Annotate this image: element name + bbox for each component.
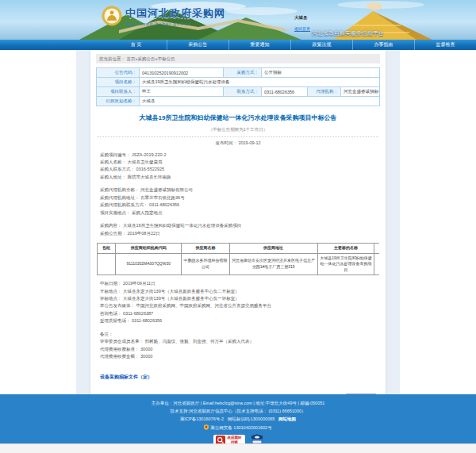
detail-line: 评标地点： 大城县永定大街139号（大城县新政务服务中心负一评标室） (96, 295, 380, 302)
cell-supplier-code: 91110302MA007QQW30 (116, 253, 182, 275)
detail-line: 采购代理机构地址： 石家庄市石铁北路36号 (96, 194, 380, 202)
detail-line: 代理费用收费标准： 30000 (96, 346, 380, 353)
detail-line: 中标日期： 2019年09月11日 (96, 280, 380, 287)
content-panel: 您当前位置： 首页»采购公告»中标公告 公告代码： 04131025201909… (90, 50, 386, 394)
footer-line-host: 主办单位：河北省财政厅 | Email:hebcfcg@sina.com | 地… (0, 399, 476, 407)
summary-label: 采购方式： (224, 68, 262, 78)
supplier-table-header-row: 包组 供应商组织机构代码 供应商名称 供应商地址 主要标的名称 标的基本情况 规… (98, 244, 380, 254)
summary-value: 大城县19所卫生院和妇幼保健站污水处理设备 (140, 78, 380, 87)
detail-line: 采购代理机构联系方式： 0311-68026356 (96, 202, 380, 209)
detail-line: 采购人联系方式： 0316-5522925 (96, 166, 380, 173)
trusted-site-badge-icon (251, 434, 263, 443)
detail-line: 代理费用收费金额： 30000 (96, 353, 380, 360)
detail-line: 咨询电话： 0311-68026387 (96, 310, 380, 317)
close-window-button[interactable]: 关闭窗口 (345, 393, 377, 394)
summary-label: 项目名称： (97, 78, 140, 87)
supplier-table-row: 91110302MA007QQW30 中鹏德水务环境科技有限公司 河北省廊坊市安… (98, 253, 380, 275)
col-package: 包组 (98, 244, 116, 254)
content-block: 采购内容： 大城县19所卫生院和妇幼保健站一体化污水处理设备采购项目 采购公告期… (96, 222, 380, 237)
detail-line: 采购人名称： 大城县卫生健康局 (96, 159, 380, 166)
divider (98, 136, 378, 137)
magnifier-icon (216, 436, 225, 443)
main-area: 您当前位置： 首页»采购公告»中标公告 公告代码： 04131025201909… (0, 50, 476, 394)
footer-line-support: 技术支持:河北省财政厅信息中心（技术支持电话： (0311) 66651000） (0, 407, 476, 415)
footer-security-line: 冀公网安备 13010402001602号 (204, 424, 271, 432)
breadcrumb: 您当前位置： 首页»采购公告»中标公告 (96, 54, 380, 63)
col-supplier-address: 供应商地址 (229, 244, 317, 254)
site-url: www.ccgp-hebei.gov.cn (125, 21, 225, 26)
nav-item-procurement-announcements[interactable]: 采购公告 (167, 40, 228, 50)
footer-security-text: 冀公网安备 13010402001602号 (210, 424, 271, 432)
cell-supplier-address: 河北省廊坊市安次区龙河经济开发区电子信息产业园1#电子厂房三层315 (229, 253, 317, 275)
breadcrumb-label: 您当前位置： (99, 56, 125, 61)
publish-label: 发布时间： (215, 140, 237, 145)
bottom-strip (0, 443, 476, 453)
footer-line-registration: 冀ICP备13016076号-2 网站标识码:1300000065 网站地图 (0, 415, 476, 423)
summary-table: 公告代码： 0413102520190912002 采购方式： 公开招标 项目名… (96, 67, 380, 106)
summary-label: 代理机构： (308, 87, 341, 97)
notes-block: 备注： 评审委员会成员名单： 邢树魁、冯淑仪、张魁、刘金强、何万平（采购人代表）… (96, 331, 380, 361)
col-subject-name: 主要标的名称 (317, 244, 374, 254)
purchaser-block: 采购项目编号： JSZA-2019-220-2 采购人名称： 大城县卫生健康局 … (96, 152, 380, 182)
nav-item-guide[interactable]: 办事指南 (352, 40, 414, 50)
detail-line: 采购内容： 大城县19所卫生院和妇幼保健站一体化污水处理设备采购项目 (96, 222, 380, 229)
region-box: 大城县 返回首页 (294, 5, 310, 32)
summary-value: 河北金盛睿诚招标有限公司 (341, 87, 380, 97)
region-home-link[interactable]: 返回首页 (294, 25, 310, 32)
col-supplier-code: 供应商组织机构代码 (116, 244, 182, 254)
sitemap-link[interactable]: 网站地图 (278, 417, 296, 421)
button-row: 关闭窗口 (96, 389, 380, 394)
article-title: 大城县19所卫生院和妇幼保健站一体化污水处理设备采购项目中标公告 (96, 113, 380, 122)
cell-basic-info (374, 253, 379, 275)
summary-value: 0413102520190912002 (140, 68, 224, 78)
summary-row: 项目联系人： 申工 联系方式： 0311-68026356 代理机构： 河北金盛… (97, 87, 380, 97)
site-logo-icon (102, 6, 122, 26)
find-error-badge[interactable]: 政府网站找错 (213, 435, 245, 443)
nav-item-important-notices[interactable]: 重要通知 (228, 40, 290, 50)
summary-value: 申工 (140, 87, 224, 97)
summary-row: 项目名称： 大城县19所卫生院和妇幼保健站污水处理设备 (97, 78, 380, 87)
nav-item-supervision[interactable]: 监督检查 (414, 40, 476, 50)
footer-icp: 冀ICP备13016076号-2 (180, 417, 224, 421)
detail-line: 采购公告期： 2019年08月22日 (96, 230, 380, 237)
trusted-site-badge[interactable] (251, 434, 263, 443)
footer-site-code: 网站标识码:1300000065 (228, 417, 275, 421)
breadcrumb-path[interactable]: 首页»采购公告»中标公告 (127, 56, 175, 61)
publish-date: 2019-09-12 (238, 140, 260, 145)
site-title: 中国河北政府采购网 (125, 6, 225, 21)
footer: 主办单位：河北省财政厅 | Email:hebcfcg@sina.com | 地… (0, 394, 476, 443)
article-subtitle: （中标公告期限为1个工作日） (96, 127, 380, 132)
summary-label: 行政区划名称： (97, 97, 140, 106)
detail-line: 开标地点： 大城县永定大街139号（大城县新政务服务中心负二开标室） (96, 288, 380, 295)
summary-value: 0311-68026356 (262, 87, 308, 97)
cell-supplier-name: 中鹏德水务环境科技有限公司 (182, 253, 229, 275)
footer-badges: 政府网站找错 (0, 434, 476, 443)
banner-tagline: 河北省政府购买服务信息平台 (312, 30, 384, 37)
col-basic-info: 标的基本情况 (374, 244, 379, 254)
site-logo: 中国河北政府采购网 www.ccgp-hebei.gov.cn (102, 6, 225, 26)
award-block: 中标日期： 2019年09月11日 开标地点： 大城县永定大街139号（大城县新… (96, 280, 380, 325)
col-supplier-name: 供应商名称 (182, 244, 229, 254)
summary-value: 大城县 (140, 97, 380, 106)
find-error-badge-label: 政府网站找错 (227, 436, 243, 443)
detail-line: 评审委员会成员名单： 邢树魁、冯淑仪、张魁、刘金强、何万平（采购人代表） (96, 338, 380, 345)
nav-item-policies[interactable]: 政策法规 (290, 40, 352, 50)
nav-item-home[interactable]: 首 页 (106, 40, 167, 50)
cell-package (98, 253, 116, 275)
summary-label: 项目联系人： (97, 87, 140, 97)
site-banner: 中国河北政府采购网 www.ccgp-hebei.gov.cn 大城县 返回首页… (0, 0, 476, 40)
cell-subject-name: 大城县19所卫生院和妇幼保健站一体化污水处理设备采购项目 (317, 253, 374, 275)
publish-time: 发布时间： 2019-09-12 (96, 140, 380, 146)
main-nav: 首 页 采购公告 重要通知 政策法规 办事指南 监督检查 (0, 40, 476, 50)
supplier-table: 包组 供应商组织机构代码 供应商名称 供应商地址 主要标的名称 标的基本情况 规… (97, 243, 379, 275)
attachment-link[interactable]: 设备采购招标文件（定） (96, 374, 152, 381)
detail-line: 受理质疑电话： 0311-68026356 (96, 317, 380, 324)
banner-artwork (0, 0, 476, 40)
supplier-table-scroll[interactable]: 包组 供应商组织机构代码 供应商名称 供应商地址 主要标的名称 标的基本情况 规… (97, 243, 379, 275)
detail-line: 采购项目编号： JSZA-2019-220-2 (96, 152, 380, 159)
public-security-badge-icon (204, 424, 209, 430)
detail-line: 采购人地址： 廊坊市大城县长环南路 (96, 174, 380, 181)
summary-label: 联系方式： (224, 87, 262, 97)
summary-row: 公告代码： 0413102520190912002 采购方式： 公开招标 (97, 68, 380, 78)
summary-value: 公开招标 (262, 68, 380, 78)
